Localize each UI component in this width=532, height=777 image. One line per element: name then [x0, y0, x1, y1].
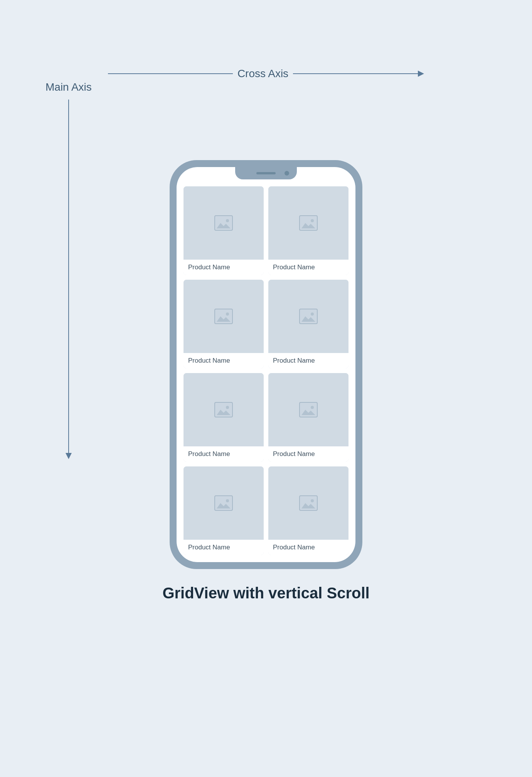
- phone-grid: Product Name Product Name: [177, 167, 355, 562]
- cross-axis-arrowhead: [418, 71, 424, 77]
- product-image-3: [184, 280, 264, 353]
- svg-point-3: [311, 219, 314, 222]
- product-image-5: [184, 373, 264, 446]
- image-placeholder-icon-1: [214, 215, 233, 231]
- product-card-4: Product Name: [268, 280, 348, 368]
- phone-inner: Product Name Product Name: [177, 167, 355, 562]
- notch-camera: [285, 171, 289, 176]
- main-axis-arrowhead: [66, 453, 72, 459]
- product-card-8: Product Name: [268, 466, 348, 555]
- bottom-title: GridView with vertical Scroll: [162, 584, 369, 602]
- product-card-5: Product Name: [184, 373, 264, 462]
- main-axis-line: [68, 100, 69, 453]
- svg-point-11: [311, 406, 314, 409]
- image-placeholder-icon-6: [299, 402, 318, 417]
- product-image-7: [184, 466, 264, 540]
- cross-axis-label: Cross Axis: [233, 68, 293, 80]
- svg-point-7: [311, 312, 314, 316]
- product-card-1: Product Name: [184, 186, 264, 275]
- cross-axis-line-right: [293, 73, 418, 74]
- product-name-area-2: Product Name: [268, 260, 348, 275]
- phone-frame: Product Name Product Name: [170, 160, 362, 569]
- product-card-6: Product Name: [268, 373, 348, 462]
- svg-point-1: [226, 219, 229, 222]
- product-name-5: Product Name: [188, 450, 230, 458]
- image-placeholder-icon-3: [214, 309, 233, 324]
- svg-point-15: [311, 499, 314, 502]
- image-placeholder-icon-5: [214, 402, 233, 417]
- image-placeholder-icon-7: [214, 495, 233, 511]
- product-image-1: [184, 186, 264, 260]
- cross-axis-arrow: Cross Axis: [108, 68, 424, 80]
- product-name-8: Product Name: [273, 544, 315, 551]
- product-name-area-6: Product Name: [268, 446, 348, 462]
- product-card-3: Product Name: [184, 280, 264, 368]
- phone-notch: [235, 167, 297, 179]
- image-placeholder-icon-8: [299, 495, 318, 511]
- product-name-7: Product Name: [188, 544, 230, 551]
- page-container: Cross Axis Main Axis: [0, 0, 532, 777]
- product-name-area-7: Product Name: [184, 540, 264, 555]
- product-name-area-8: Product Name: [268, 540, 348, 555]
- svg-point-9: [226, 406, 229, 409]
- product-image-4: [268, 280, 348, 353]
- product-name-1: Product Name: [188, 264, 230, 271]
- main-axis-label: Main Axis: [45, 81, 92, 93]
- product-name-4: Product Name: [273, 357, 315, 364]
- product-image-2: [268, 186, 348, 260]
- product-name-area-3: Product Name: [184, 353, 264, 368]
- notch-speaker: [256, 172, 276, 174]
- product-name-6: Product Name: [273, 450, 315, 458]
- svg-point-13: [226, 499, 229, 502]
- product-name-area-1: Product Name: [184, 260, 264, 275]
- product-image-6: [268, 373, 348, 446]
- cross-axis-line-left: [108, 73, 233, 74]
- main-axis-arrow: Main Axis: [45, 81, 92, 459]
- product-name-3: Product Name: [188, 357, 230, 364]
- product-card-2: Product Name: [268, 186, 348, 275]
- svg-point-5: [226, 312, 229, 316]
- product-name-2: Product Name: [273, 264, 315, 271]
- image-placeholder-icon-2: [299, 215, 318, 231]
- product-name-area-4: Product Name: [268, 353, 348, 368]
- product-name-area-5: Product Name: [184, 446, 264, 462]
- image-placeholder-icon-4: [299, 309, 318, 324]
- product-image-8: [268, 466, 348, 540]
- product-card-7: Product Name: [184, 466, 264, 555]
